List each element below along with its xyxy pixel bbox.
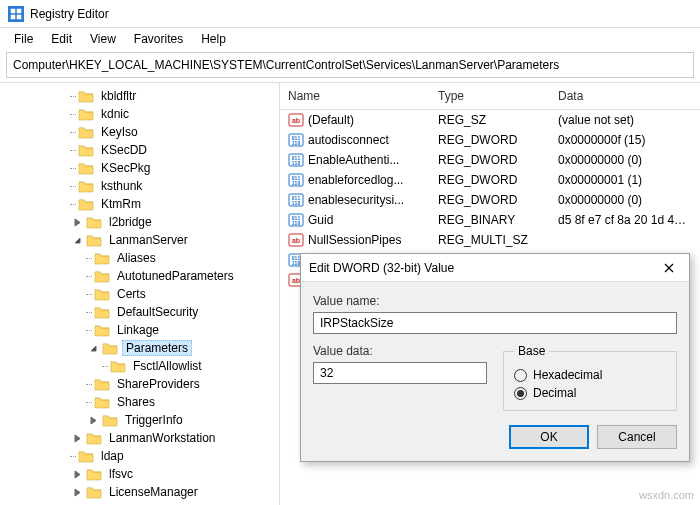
svg-rect-3 <box>17 14 22 19</box>
tree-node[interactable]: kbldfltr <box>0 87 279 105</box>
tree-label: DefaultSecurity <box>114 305 201 319</box>
tree-node[interactable]: kdnic <box>0 105 279 123</box>
menubar: File Edit View Favorites Help <box>0 28 700 50</box>
value-data-field[interactable] <box>313 362 487 384</box>
folder-icon <box>78 143 94 157</box>
chevron-right-icon[interactable] <box>68 213 86 231</box>
chevron-down-icon[interactable] <box>68 231 86 249</box>
value-data: 0x00000000 (0) <box>550 193 700 207</box>
tree-node[interactable]: LicenseManager <box>0 483 279 501</box>
folder-icon <box>94 323 110 337</box>
value-data: (value not set) <box>550 113 700 127</box>
folder-icon <box>94 269 110 283</box>
dotline-icon <box>68 105 78 123</box>
list-row[interactable]: 011110EnableAuthenti...REG_DWORD0x000000… <box>280 150 700 170</box>
tree-node[interactable]: ShareProviders <box>0 375 279 393</box>
watermark: wsxdn.com <box>639 489 694 501</box>
menu-file[interactable]: File <box>6 30 41 48</box>
tree-label: kdnic <box>98 107 132 121</box>
chevron-right-icon[interactable] <box>68 429 86 447</box>
folder-icon <box>78 89 94 103</box>
dotline-icon <box>68 177 78 195</box>
dialog-close-button[interactable] <box>657 258 681 278</box>
radio-hexadecimal[interactable]: Hexadecimal <box>514 368 666 382</box>
folder-icon <box>78 449 94 463</box>
tree-label: LicenseManager <box>106 485 201 499</box>
tree-node[interactable]: Parameters <box>0 339 279 357</box>
tree-label: ldap <box>98 449 127 463</box>
tree-label: Parameters <box>122 340 192 356</box>
value-type: REG_DWORD <box>430 133 550 147</box>
tree-node[interactable]: Linkage <box>0 321 279 339</box>
value-name: enableforcedlog... <box>308 173 403 187</box>
value-name: enablesecuritysi... <box>308 193 404 207</box>
reg-dword-icon: 011110 <box>288 192 304 208</box>
tree-label: Aliases <box>114 251 159 265</box>
svg-text:110: 110 <box>292 180 301 186</box>
menu-help[interactable]: Help <box>193 30 234 48</box>
titlebar: Registry Editor <box>0 0 700 28</box>
list-header: Name Type Data <box>280 83 700 110</box>
tree-node[interactable]: Shares <box>0 393 279 411</box>
list-row[interactable]: 011110GuidREG_BINARYd5 8f e7 cf 8a 20 1d… <box>280 210 700 230</box>
tree-node[interactable]: KSecPkg <box>0 159 279 177</box>
tree-node[interactable]: KSecDD <box>0 141 279 159</box>
radio-dec-label: Decimal <box>533 386 576 400</box>
folder-icon <box>94 251 110 265</box>
tree-node[interactable]: Certs <box>0 285 279 303</box>
tree-node[interactable]: KeyIso <box>0 123 279 141</box>
dotline-icon <box>68 159 78 177</box>
tree-node[interactable]: lltdio <box>0 501 279 505</box>
menu-favorites[interactable]: Favorites <box>126 30 191 48</box>
menu-view[interactable]: View <box>82 30 124 48</box>
folder-icon <box>102 341 118 355</box>
list-row[interactable]: 011110enablesecuritysi...REG_DWORD0x0000… <box>280 190 700 210</box>
list-row[interactable]: ab(Default)REG_SZ(value not set) <box>280 110 700 130</box>
tree-node[interactable]: FsctlAllowlist <box>0 357 279 375</box>
chevron-right-icon[interactable] <box>68 465 86 483</box>
folder-icon <box>86 485 102 499</box>
ok-button[interactable]: OK <box>509 425 589 449</box>
value-name-field[interactable] <box>313 312 677 334</box>
tree-node[interactable]: DefaultSecurity <box>0 303 279 321</box>
col-header-data[interactable]: Data <box>550 83 700 109</box>
svg-rect-2 <box>11 14 16 19</box>
tree-label: TriggerInfo <box>122 413 186 427</box>
tree-node[interactable]: TriggerInfo <box>0 411 279 429</box>
tree-node[interactable]: LanmanServer <box>0 231 279 249</box>
dialog-titlebar[interactable]: Edit DWORD (32-bit) Value <box>301 254 689 282</box>
tree-node[interactable]: ksthunk <box>0 177 279 195</box>
address-bar[interactable]: Computer\HKEY_LOCAL_MACHINE\SYSTEM\Curre… <box>6 52 694 78</box>
list-row[interactable]: 011110autodisconnectREG_DWORD0x0000000f … <box>280 130 700 150</box>
tree-node[interactable]: LanmanWorkstation <box>0 429 279 447</box>
tree-node[interactable]: KtmRm <box>0 195 279 213</box>
tree-node[interactable]: Aliases <box>0 249 279 267</box>
list-row[interactable]: 011110enableforcedlog...REG_DWORD0x00000… <box>280 170 700 190</box>
radio-icon <box>514 387 527 400</box>
tree-node[interactable]: l2bridge <box>0 213 279 231</box>
menu-edit[interactable]: Edit <box>43 30 80 48</box>
folder-icon <box>78 161 94 175</box>
svg-text:110: 110 <box>292 200 301 206</box>
tree-panel[interactable]: kbldfltrkdnicKeyIsoKSecDDKSecPkgksthunkK… <box>0 83 280 505</box>
col-header-type[interactable]: Type <box>430 83 550 109</box>
tree-node[interactable]: ldap <box>0 447 279 465</box>
radio-decimal[interactable]: Decimal <box>514 386 666 400</box>
window-title: Registry Editor <box>30 7 109 21</box>
list-row[interactable]: abNullSessionPipesREG_MULTI_SZ <box>280 230 700 250</box>
folder-icon <box>86 215 102 229</box>
tree-node[interactable]: AutotunedParameters <box>0 267 279 285</box>
value-data: 0x0000000f (15) <box>550 133 700 147</box>
chevron-down-icon[interactable] <box>84 339 102 357</box>
dotline-icon <box>84 375 94 393</box>
dotline-icon <box>68 501 78 505</box>
col-header-name[interactable]: Name <box>280 83 430 109</box>
chevron-right-icon[interactable] <box>84 411 102 429</box>
tree-label: ksthunk <box>98 179 145 193</box>
dotline-icon <box>100 357 110 375</box>
tree-node[interactable]: lfsvc <box>0 465 279 483</box>
cancel-button[interactable]: Cancel <box>597 425 677 449</box>
folder-icon <box>78 197 94 211</box>
chevron-right-icon[interactable] <box>68 483 86 501</box>
base-legend: Base <box>514 344 549 358</box>
